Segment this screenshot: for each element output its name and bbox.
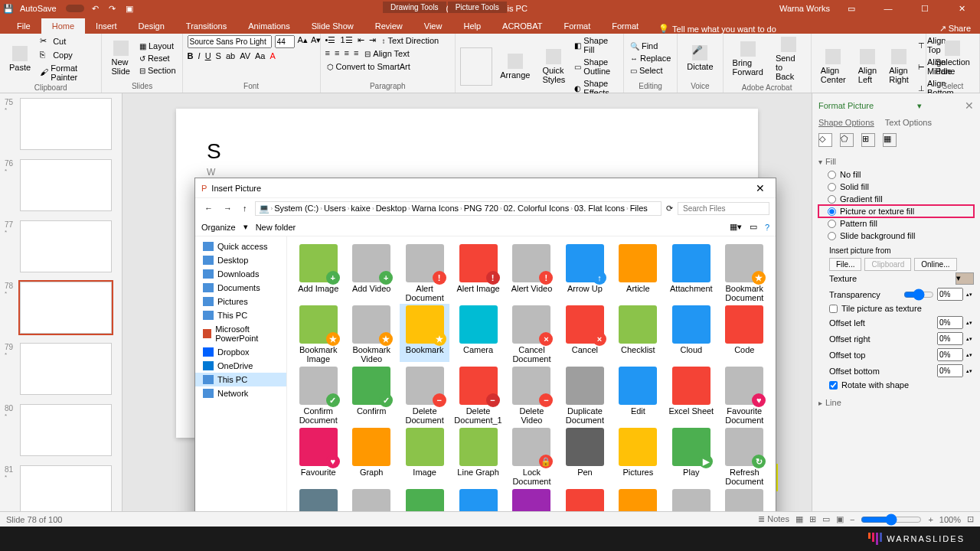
file-item[interactable]: ↻	[293, 487, 343, 511]
file-item[interactable]	[507, 487, 557, 511]
fill-section-toggle[interactable]: ▾ Fill	[818, 155, 974, 168]
sidebar-item[interactable]: Dropbox	[195, 345, 286, 359]
underline-button[interactable]: U	[205, 51, 211, 60]
file-item[interactable]: Attachment	[666, 243, 716, 301]
file-item[interactable]: !Alert Document	[400, 243, 449, 301]
refresh-icon[interactable]: ⟳	[666, 204, 673, 214]
find-button[interactable]: 🔍 Find	[629, 41, 672, 51]
zoom-in-icon[interactable]: +	[928, 515, 933, 524]
help-icon[interactable]: ?	[765, 223, 769, 232]
reading-view-icon[interactable]: ▭	[822, 514, 830, 524]
ribbon-options-icon[interactable]: ▭	[836, 4, 867, 14]
tab-slideshow[interactable]: Slide Show	[301, 18, 364, 34]
file-item[interactable]: Duplicate Document	[560, 365, 609, 423]
file-item[interactable]: Edit	[613, 365, 663, 423]
tab-design[interactable]: Design	[128, 18, 175, 34]
justify-button[interactable]: ≡	[354, 48, 358, 59]
sidebar-item[interactable]: Quick access	[195, 240, 286, 253]
indent-inc-button[interactable]: ⇥	[369, 35, 376, 46]
file-item[interactable]: −Delete Document_1	[452, 365, 503, 423]
picture-icon[interactable]: ▦	[883, 133, 897, 147]
send-backward-button[interactable]: Send to Back	[771, 35, 806, 83]
select-button[interactable]: ▭ Select	[629, 65, 672, 76]
breadcrumb-item[interactable]: System (C:)	[274, 204, 318, 213]
autosave-toggle[interactable]	[66, 5, 84, 12]
close-icon[interactable]: ✕	[946, 4, 977, 14]
file-item[interactable]: Code	[720, 304, 769, 362]
start-icon[interactable]: ▣	[124, 3, 135, 14]
slide-thumbnail[interactable]: 75*	[5, 98, 117, 150]
arrange-button[interactable]: Arrange	[495, 52, 534, 81]
file-grid[interactable]: +Add Image+Add Video!Alert Document!Aler…	[287, 236, 776, 511]
copy-button[interactable]: ⎘Copy	[38, 49, 96, 61]
bring-forward-button[interactable]: Bring Forward	[728, 40, 768, 78]
align-left-btn[interactable]: Align Left	[854, 47, 881, 86]
file-item[interactable]: ⚙	[452, 487, 503, 511]
tab-file[interactable]: File	[6, 18, 41, 34]
search-input[interactable]	[678, 202, 769, 215]
file-item[interactable]: ×Cancel	[560, 304, 609, 362]
file-item[interactable]: Image	[400, 426, 449, 484]
dialog-close-icon[interactable]: ✕	[751, 182, 769, 194]
user-name[interactable]: Warna Works	[779, 4, 830, 13]
breadcrumb-item[interactable]: Warna Icons	[412, 204, 459, 213]
selection-pane-button[interactable]: Selection Pane	[931, 39, 975, 77]
format-painter-button[interactable]: 🖌Format Painter	[38, 63, 96, 83]
file-item[interactable]: Cloud	[666, 304, 716, 362]
file-item[interactable]: ↑Arrow Up	[560, 243, 609, 301]
breadcrumb-item[interactable]: PNG 720	[464, 204, 498, 213]
sidebar-item[interactable]: Documents	[195, 281, 286, 295]
file-item[interactable]: Article	[613, 243, 663, 301]
sidebar-item[interactable]: This PC	[195, 308, 286, 322]
sorter-view-icon[interactable]: ⊞	[809, 514, 816, 524]
slide-counter[interactable]: Slide 78 of 100	[6, 515, 62, 524]
file-item[interactable]	[400, 487, 449, 511]
breadcrumb-item[interactable]: 02. Colorful Icons	[504, 204, 570, 213]
slide-thumbnail[interactable]: 80*	[5, 404, 117, 456]
file-item[interactable]: Checklist	[613, 304, 663, 362]
file-item[interactable]	[346, 487, 396, 511]
effects-icon[interactable]: ⬠	[840, 133, 854, 147]
file-item[interactable]: Pen	[560, 426, 609, 484]
shape-options-tab[interactable]: Shape Options	[818, 118, 874, 127]
file-item[interactable]: Graph	[346, 426, 396, 484]
grow-font-icon[interactable]: A▴	[298, 35, 308, 48]
share-button[interactable]: ↗ Share	[930, 24, 980, 34]
preview-pane-icon[interactable]: ▭	[750, 222, 757, 232]
align-right-button[interactable]: ≡	[344, 48, 348, 59]
transparency-input[interactable]	[937, 288, 963, 301]
redo-icon[interactable]: ↷	[107, 3, 118, 14]
slideshow-view-icon[interactable]: ▣	[836, 514, 844, 524]
slide-thumbnail[interactable]: 76*	[5, 159, 117, 211]
file-item[interactable]: ★Bookmark Document	[720, 243, 769, 301]
breadcrumb-item[interactable]: 03. Flat Icons	[574, 204, 625, 213]
file-item[interactable]: ✓Confirm	[346, 365, 396, 423]
sidebar-item[interactable]: Downloads	[195, 267, 286, 281]
fill-line-icon[interactable]: ◇	[818, 133, 832, 147]
tell-me-search[interactable]: 💡Tell me what you want to do	[658, 24, 776, 34]
breadcrumb[interactable]: 💻›System (C:)›Users›kaixe›Desktop›Warna …	[255, 201, 662, 216]
italic-button[interactable]: I	[198, 51, 201, 60]
file-item[interactable]: Line Graph	[452, 426, 503, 484]
shape-fill-button[interactable]: ◧ Shape Fill	[573, 35, 619, 55]
numbering-button[interactable]: 1☰	[340, 35, 352, 46]
tab-animations[interactable]: Animations	[237, 18, 300, 34]
nav-up-icon[interactable]: ↑	[240, 204, 250, 213]
tab-home[interactable]: Home	[41, 18, 85, 34]
file-item[interactable]: ✓Confirm Document	[293, 365, 343, 423]
sidebar-item[interactable]: Network	[195, 386, 286, 400]
file-item[interactable]: Excel Sheet	[666, 365, 716, 423]
slide-thumbnail[interactable]: 77*	[5, 220, 117, 272]
line-section-toggle[interactable]: ▸ Line	[818, 396, 974, 409]
view-options-icon[interactable]: ▦▾	[730, 222, 742, 232]
transparency-slider[interactable]	[903, 289, 934, 301]
maximize-icon[interactable]: ☐	[910, 4, 940, 14]
align-text-button[interactable]: ⊟ Align Text	[363, 48, 411, 59]
gradient-fill-radio[interactable]: Gradient fill	[818, 193, 974, 205]
notes-button[interactable]: ≣ Notes	[758, 514, 789, 524]
tab-view[interactable]: View	[413, 18, 453, 34]
tab-format-drawing[interactable]: Format	[553, 18, 601, 34]
file-item[interactable]: 🔒Lock Document	[507, 426, 557, 484]
close-panel-icon[interactable]: ✕	[965, 99, 974, 112]
tab-help[interactable]: Help	[452, 18, 492, 34]
